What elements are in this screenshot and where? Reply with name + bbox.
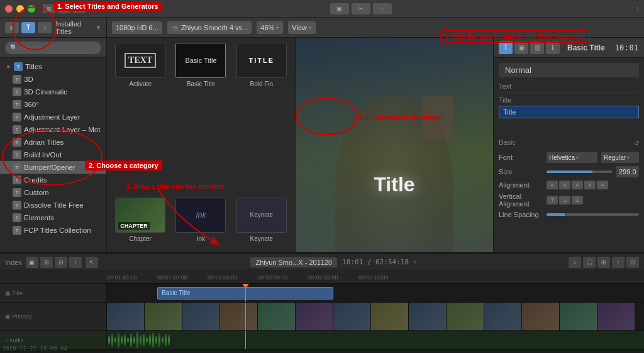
chevron-down-icon: ▼ — [96, 25, 101, 31]
svg-rect-14 — [149, 335, 151, 345]
clip-icon[interactable]: ▣ — [330, 3, 349, 14]
share-icon[interactable]: ↑ — [373, 3, 392, 14]
alignment-buttons: ≡ ≡ ≡ ≡ ≡ — [547, 181, 608, 189]
installed-titles-dropdown[interactable]: Installed Titles ▼ — [55, 20, 101, 35]
sidebar-item-build[interactable]: T Build In/Out — [0, 148, 106, 161]
inspector-tab-audio[interactable]: ▥ — [530, 42, 544, 54]
svg-rect-13 — [146, 337, 148, 344]
title-text-input[interactable]: Title — [499, 106, 639, 118]
sidebar-titles-icon[interactable]: T — [21, 22, 35, 33]
sidebar-item-3d-cinematic[interactable]: T 3D Cinematic — [0, 86, 106, 98]
align-right-btn[interactable]: ≡ — [572, 181, 583, 189]
sidebar-item-3d[interactable]: T 3D — [0, 73, 106, 86]
video-frame-4 — [220, 303, 258, 330]
headphone-btn[interactable]: 🎧 — [583, 257, 596, 268]
inspector-tab-text[interactable]: T — [499, 42, 513, 54]
sidebar-label-credits: Credits — [24, 176, 101, 184]
close-button[interactable] — [5, 5, 13, 13]
line-spacing-label: Line Spacing — [499, 211, 543, 218]
sidebar-music-icon[interactable]: ♪ — [38, 22, 52, 33]
video-frame-9 — [409, 303, 447, 330]
search-icon: 🔍 — [10, 44, 18, 51]
export-btn[interactable]: ↑ — [612, 257, 625, 268]
timeline-btn-4[interactable]: ↕ — [69, 257, 82, 268]
maximize-button[interactable] — [28, 5, 35, 13]
timeline-btn-1[interactable]: ▣ — [26, 257, 38, 268]
toolbar-icon-3[interactable]: ⊡ — [73, 4, 86, 13]
font-selector[interactable]: Helvetica ▾ — [547, 152, 597, 163]
sidebar-item-360[interactable]: T 360° — [0, 98, 106, 111]
vertical-align-label: Vertical Alignment — [499, 193, 543, 208]
video-thumbnails — [107, 303, 644, 330]
zoom-btn[interactable]: 46% ▾ — [257, 21, 283, 34]
valign-top-btn[interactable]: ⊤ — [547, 196, 558, 205]
timeline-btn-3[interactable]: ⊟ — [55, 257, 67, 268]
sidebar-item-bumper[interactable]: T Bumper/Opener — [0, 161, 106, 174]
resolution-btn[interactable]: 1080p HD 6... — [112, 21, 162, 34]
align-justify-btn[interactable]: ≡ — [584, 181, 596, 189]
edit-icon[interactable]: ✂ — [352, 3, 370, 14]
inspector-tab-info[interactable]: ℹ — [546, 42, 560, 54]
line-spacing-field: Line Spacing — [499, 211, 639, 218]
stabilizer-btn[interactable]: 📹 Zhiyun Smooth 4 vs... — [167, 21, 252, 34]
clip-btn[interactable]: ⊞ — [597, 257, 610, 268]
timeline-tracks: ▣ Title Basic Title ▣ Primary — [0, 284, 644, 353]
camera-prop — [422, 96, 453, 140]
ruler-mark-5: 00:02:10:00 — [358, 274, 409, 281]
print-btn[interactable]: ⊡ — [626, 257, 639, 268]
valign-bottom-btn[interactable]: ⊥ — [572, 196, 583, 205]
svg-rect-10 — [136, 332, 138, 348]
sidebar-label-3d: 3D — [24, 76, 101, 83]
sidebar-item-fcp[interactable]: T FCP Titles Collection — [0, 224, 106, 237]
view-btn[interactable]: View ▾ — [288, 21, 316, 34]
sidebar-item-adjustment-layer-mot[interactable]: T Adjustment Layer – Mot — [0, 123, 106, 136]
svg-rect-16 — [155, 336, 157, 345]
sidebar-label-titles: Titles — [25, 63, 101, 70]
timeline-area: Index ▣ ⊞ ⊟ ↕ ↖ Zhiyun Smo...X - 201120 … — [0, 252, 644, 353]
title-thumb-img-bold-fin: TITLE — [236, 43, 287, 78]
align-center-btn[interactable]: ≡ — [559, 181, 570, 189]
toolbar-icon-1[interactable]: ⊞ — [43, 4, 55, 13]
pointer-tool-btn[interactable]: ↖ — [86, 257, 98, 268]
size-slider[interactable] — [547, 171, 613, 173]
blend-mode-display[interactable]: Normal — [499, 63, 639, 77]
inspector-tab-video[interactable]: ▣ — [514, 42, 528, 54]
title-thumb-activate[interactable]: TEXT Activate — [112, 43, 169, 194]
sidebar-label-adjustment-mot: Adjustment Layer – Mot — [24, 126, 101, 133]
title-overlay[interactable]: Title — [374, 172, 414, 196]
audio-btn[interactable]: ♪ — [569, 257, 581, 268]
project-name-btn[interactable]: Zhiyun Smo...X - 201120 — [250, 257, 337, 267]
sidebar-item-elements[interactable]: T Elements — [0, 211, 106, 224]
timeline-icons: ▣ ⊞ ⊟ ↕ — [26, 257, 82, 268]
svg-rect-9 — [133, 337, 135, 344]
basic-title-clip[interactable]: Basic Title — [157, 287, 333, 300]
search-box[interactable]: 🔍 Search — [5, 42, 101, 54]
sidebar-item-custom[interactable]: T Custom — [0, 186, 106, 199]
title-thumb-basic[interactable]: Basic Title Basic Title — [172, 43, 229, 194]
upload-icon: ↑ — [636, 5, 639, 12]
timecode-arrow[interactable]: › — [414, 259, 416, 266]
ruler-mark-4: 00:02:05:00 — [308, 274, 358, 281]
sidebar-photos-icon[interactable]: ⊞ — [5, 22, 19, 33]
align-left-btn[interactable]: ≡ — [547, 181, 558, 189]
sidebar-item-credits[interactable]: T Credits — [0, 174, 106, 186]
sidebar-item-titles[interactable]: ▼ T Titles — [0, 60, 106, 73]
minimize-button[interactable] — [16, 5, 24, 13]
timeline-btn-2[interactable]: ⊞ — [40, 257, 53, 268]
align-fill-btn[interactable]: ≡ — [597, 181, 608, 189]
reset-icon[interactable]: ↺ — [634, 140, 639, 147]
svg-rect-1 — [108, 336, 110, 345]
line-spacing-slider[interactable] — [547, 213, 639, 216]
adjustment-layer-mot-icon: T — [13, 125, 21, 134]
size-value[interactable]: 299.0 — [616, 166, 639, 177]
vertical-align-field: Vertical Alignment ⊤ ⊥ ⊥ — [499, 193, 639, 208]
sidebar-item-adrian[interactable]: T Adrian Titles — [0, 136, 106, 148]
valign-middle-btn[interactable]: ⊥ — [559, 196, 570, 205]
font-style-selector[interactable]: Regular ▾ — [601, 152, 639, 163]
title-thumb-bold-fin[interactable]: TITLE Bold Fin — [233, 43, 290, 194]
sidebar-item-adjustment-layer[interactable]: T Adjustment Layer — [0, 111, 106, 123]
bold-fin-label: Bold Fin — [250, 81, 273, 87]
spacer — [499, 126, 639, 138]
sidebar-item-dissolve[interactable]: T Dissolve Title Free — [0, 199, 106, 211]
toolbar-icon-2[interactable]: ▣ — [58, 4, 70, 13]
